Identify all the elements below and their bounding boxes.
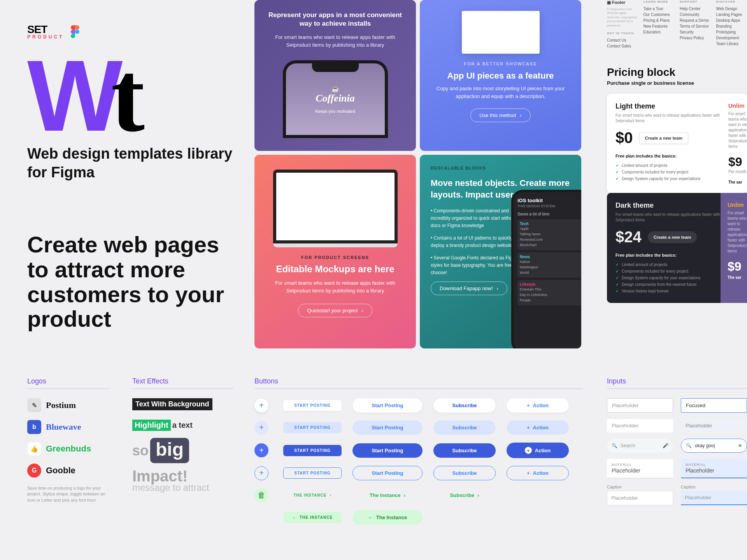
chevron-right-icon: › [477,492,479,498]
logo-item: G Gooble [27,464,109,478]
fab-plus[interactable]: + [254,466,268,480]
footer-link[interactable]: Team Library [716,41,747,47]
create-team-button[interactable]: Create a new team [648,231,697,243]
logo-text: Postium [46,400,76,410]
fab-plus[interactable]: + [254,443,268,457]
instance-button[interactable]: The Instance› [352,488,423,502]
captioned-input[interactable]: CaptionPlaceholder [681,485,747,505]
footer-link[interactable]: Contact Sales [607,43,638,49]
close-icon[interactable]: ✕ [738,443,742,448]
logo-item: b Bluewave [27,420,109,434]
impact-text: Impact!message to attract [132,469,233,492]
use-method-button[interactable]: Use this method› [470,108,530,122]
subtitle: Web design templates library for Figma [27,145,233,182]
material-input[interactable]: MATERIALPlaceholder [681,459,747,478]
start-posting-button[interactable]: Start Posting [352,466,423,480]
start-posting-button[interactable]: Start Posting [352,398,423,413]
footer-link[interactable]: Branding [716,23,747,29]
chevron-right-icon: › [330,493,331,497]
footer-link[interactable]: Web Design [716,6,747,12]
brand-setproduct: SET PRODUCT [27,23,64,40]
action-button[interactable]: +Action [507,443,569,458]
footer-link[interactable]: Help Center [680,6,711,12]
subscribe-button[interactable]: Subscribe [433,420,496,435]
brand-bottom: PRODUCT [27,34,64,40]
footer-link[interactable]: Desktop Apps [716,18,747,23]
text-input-focused[interactable]: Focused [681,398,747,413]
footer-link[interactable]: Contact Us [607,37,638,43]
fab-trash[interactable]: 🗑 [254,488,268,502]
logo-item: 👍 Greenbuds [27,442,109,456]
phone-mockup: ☕ Coffeinia Keeps you motivated [283,60,388,138]
logo-icon: 👍 [27,442,41,456]
plan-feature: Components included for every project [615,268,721,275]
start-posting-button[interactable]: START POSTING [283,467,342,479]
instance-button[interactable]: THE INSTANCE› [283,490,342,501]
footer-nav: ▣ Footer © Setproduct.com 2019 All right… [607,0,747,49]
card4-b3: • Several Google.Fonts declared as Figma… [431,254,520,276]
footer-link[interactable]: Security [680,29,711,35]
card4-b1: • Components-driven constrained and incr… [431,207,520,229]
mic-icon[interactable]: 🎤 [663,443,668,448]
text-input-filled[interactable]: Placeholder [681,419,747,432]
instance-button[interactable]: ←THE INSTANCE [283,512,342,523]
footer-link[interactable]: Request a Demo [680,18,711,23]
pricing-block: Pricing block Purchase single or busines… [607,66,747,303]
footer-link[interactable]: Take a Tour [644,6,675,12]
card1-desc: For smart teams who want to release apps… [265,33,405,49]
highlight-text: Highlighta text [132,420,193,431]
captioned-input[interactable]: CaptionPlaceholder [607,485,673,505]
footer-link[interactable]: Development [716,35,747,41]
footer-link[interactable]: Our Customers [644,12,675,18]
action-button[interactable]: +Action [507,398,569,413]
price-light: $0 [615,129,633,147]
start-posting-button[interactable]: Start Posting [352,420,423,435]
card-app-ui-pieces: FOR A BETTER SHOWCASE App UI pieces as a… [420,0,581,151]
wt-logo: W t [27,55,233,137]
arrow-left-icon: ← [292,515,296,520]
instance-button[interactable]: ←The Instance [352,510,423,525]
create-team-button[interactable]: Create a new team [639,132,689,144]
fab-plus[interactable]: + [254,421,268,435]
logo-item: ✎ Postium [27,398,109,412]
start-posting-button[interactable]: Start Posting [352,443,423,458]
search-input[interactable]: 🔍Search🎤 [607,439,673,453]
card3-desc: For smart teams who want to release apps… [265,279,405,294]
ui-mockup [462,11,540,54]
text-input[interactable]: Placeholder [607,419,673,432]
material-input[interactable]: MATERIALPlaceholder [607,459,673,478]
logo-icon: G [27,464,41,478]
footer-link[interactable]: Pricing & Plans [644,18,675,23]
action-button[interactable]: +Action [507,420,569,435]
start-posting-button[interactable]: START POSTING [283,400,342,411]
footer-link[interactable]: Terms of Service [680,23,711,29]
footer-link[interactable]: New Features [644,23,675,29]
quickstart-button[interactable]: Quickstart your project› [298,304,372,317]
plan-feature: Version history kept forever [615,288,721,294]
chevron-right-icon: › [404,492,405,498]
start-posting-button[interactable]: START POSTING [283,422,342,433]
card-editable-mockups: FOR PRODUCT SCREENS Editable Mockups are… [254,155,416,348]
subscribe-button[interactable]: Subscribe [433,398,496,413]
logo-text: Greenbuds [46,444,91,454]
fab-plus[interactable]: + [254,399,268,413]
subscribe-button[interactable]: Subscribe [433,443,496,458]
logo-icon: ✎ [27,398,41,412]
footer-link[interactable]: Community [680,12,711,18]
footer-link[interactable]: Prototyping [716,29,747,35]
footer-link[interactable]: Landing Pages [716,12,747,18]
card2-desc: Copy and paste into most storytelling UI… [431,85,570,100]
download-button[interactable]: Download Fapapp now!› [431,282,507,295]
footer-link[interactable]: Education [644,29,675,35]
card4-b2: • Contains a lot of UI patterns to quick… [431,234,520,249]
footer-link[interactable]: Privacy Policy [680,35,711,41]
plan-dark: Dark theme For smart teams who want to r… [607,193,747,303]
search-input[interactable]: 🔍okay goo|✕ [681,439,747,453]
start-posting-button[interactable]: START POSTING [283,445,342,456]
subscribe-button[interactable]: Subscribe› [433,488,496,502]
text-input[interactable]: Placeholder [607,398,673,413]
card1-title: Represent your apps in a most convenient… [265,11,405,28]
section-logos-label: Logos [27,377,109,385]
action-button[interactable]: +Action [507,466,569,480]
subscribe-button[interactable]: Subscribe [433,466,496,480]
